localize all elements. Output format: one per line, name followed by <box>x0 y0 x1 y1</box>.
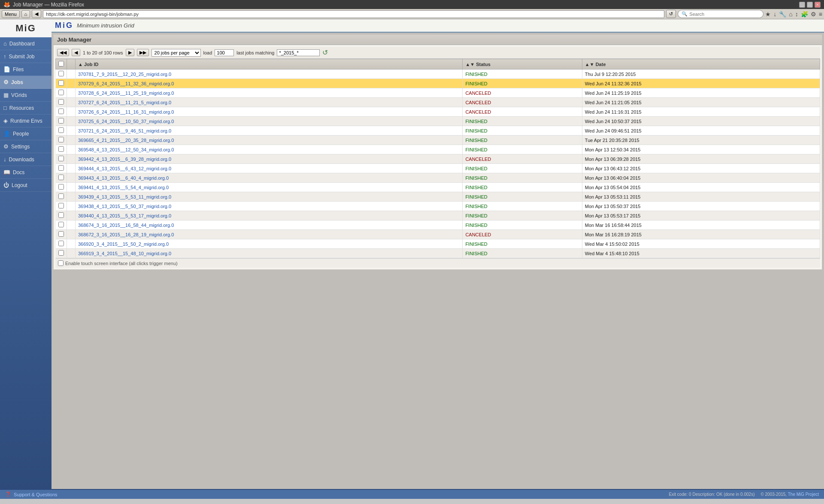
row-checkbox-6[interactable] <box>58 127 64 133</box>
job-id-link-16[interactable]: 368674_3_16_2015__16_58_44_migrid.org.0 <box>78 223 174 228</box>
home-icon[interactable]: ⌂ <box>789 11 792 18</box>
row-job-id[interactable]: 370727_6_24_2015__11_21_5_migrid.org.0 <box>76 98 463 107</box>
job-id-link-2[interactable]: 370728_6_24_2015__11_25_19_migrid.org.0 <box>78 91 174 96</box>
row-checkbox-15[interactable] <box>58 212 64 218</box>
support-link[interactable]: Support & Questions <box>14 492 58 497</box>
row-job-id[interactable]: 366919_3_4_2015__15_48_10_migrid.org.0 <box>76 249 463 258</box>
row-checkbox-1[interactable] <box>58 80 64 86</box>
row-job-id[interactable]: 370726_6_24_2015__11_16_31_migrid.org.0 <box>76 107 463 117</box>
row-checkbox-cell[interactable] <box>56 220 67 230</box>
job-id-link-13[interactable]: 369439_4_13_2015__5_53_11_migrid.org.0 <box>78 194 171 199</box>
row-checkbox-cell[interactable] <box>56 164 67 173</box>
row-checkbox-cell[interactable] <box>56 88 67 98</box>
touch-interface-checkbox[interactable] <box>58 260 64 266</box>
reload-btn[interactable]: ↺ <box>666 10 676 18</box>
ext-icon[interactable]: 🧩 <box>801 11 808 18</box>
row-checkbox-cell[interactable] <box>56 69 67 79</box>
close-btn[interactable]: ✕ <box>815 2 821 8</box>
sidebar-item-files[interactable]: 📄 Files <box>0 63 52 76</box>
row-job-id[interactable]: 369438_4_13_2015__5_50_37_migrid.org.0 <box>76 202 463 211</box>
back-btn[interactable]: ◀ <box>32 10 41 18</box>
row-job-id[interactable]: 370721_6_24_2015__9_46_51_migrid.org.0 <box>76 126 463 136</box>
job-id-link-12[interactable]: 369441_4_13_2015__5_54_4_migrid.org.0 <box>78 185 169 190</box>
next-btn[interactable]: ▶ <box>126 49 134 56</box>
row-checkbox-11[interactable] <box>58 175 64 180</box>
sidebar-item-jobs[interactable]: ⚙ Jobs <box>0 76 52 89</box>
row-checkbox-cell[interactable] <box>56 79 67 88</box>
refresh-btn[interactable]: ↺ <box>322 48 328 57</box>
row-checkbox-cell[interactable] <box>56 117 67 126</box>
job-id-link-0[interactable]: 370781_7_9_2015__12_20_25_migrid.org.0 <box>78 72 171 77</box>
sidebar-item-downloads[interactable]: ↓ Downloads <box>0 153 52 166</box>
job-id-link-15[interactable]: 369440_4_13_2015__5_53_17_migrid.org.0 <box>78 213 171 218</box>
row-job-id[interactable]: 369665_4_21_2015__20_35_28_migrid.org.0 <box>76 136 463 145</box>
row-checkbox-cell[interactable] <box>56 183 67 192</box>
sidebar-item-docs[interactable]: 📖 Docs <box>0 166 52 179</box>
row-checkbox-cell[interactable] <box>56 202 67 211</box>
job-id-link-19[interactable]: 366919_3_4_2015__15_48_10_migrid.org.0 <box>78 251 171 256</box>
row-checkbox-cell[interactable] <box>56 136 67 145</box>
job-id-link-10[interactable]: 369444_4_13_2015__6_43_12_migrid.org.0 <box>78 166 171 171</box>
job-id-link-14[interactable]: 369438_4_13_2015__5_50_37_migrid.org.0 <box>78 204 171 209</box>
sidebar-item-submit-job[interactable]: ↑ Submit Job <box>0 50 52 63</box>
job-id-link-7[interactable]: 369665_4_21_2015__20_35_28_migrid.org.0 <box>78 138 174 143</box>
prev-prev-btn[interactable]: ◀◀ <box>57 49 69 56</box>
row-checkbox-cell[interactable] <box>56 98 67 107</box>
sidebar-item-dashboard[interactable]: ⌂ Dashboard <box>0 37 52 50</box>
row-job-id[interactable]: 366920_3_4_2015__15_50_2_migrid.org.0 <box>76 239 463 249</box>
row-job-id[interactable]: 369441_4_13_2015__5_54_4_migrid.org.0 <box>76 183 463 192</box>
row-checkbox-cell[interactable] <box>56 126 67 136</box>
menu-btn[interactable]: Menu <box>2 10 20 18</box>
url-bar[interactable] <box>43 10 664 18</box>
job-id-link-17[interactable]: 368672_3_16_2015__16_28_19_migrid.org.0 <box>78 232 174 237</box>
minimize-btn[interactable]: _ <box>799 2 805 8</box>
count-input[interactable] <box>215 49 234 56</box>
row-checkbox-19[interactable] <box>58 250 64 256</box>
row-job-id[interactable]: 369439_4_13_2015__5_53_11_migrid.org.0 <box>76 192 463 202</box>
row-checkbox-cell[interactable] <box>56 249 67 258</box>
row-checkbox-2[interactable] <box>58 90 64 95</box>
row-job-id[interactable]: 369548_4_13_2015__12_50_34_migrid.org.0 <box>76 145 463 154</box>
row-checkbox-8[interactable] <box>58 146 64 152</box>
job-id-link-4[interactable]: 370726_6_24_2015__11_16_31_migrid.org.0 <box>78 109 174 115</box>
row-job-id[interactable]: 369444_4_13_2015__6_43_12_migrid.org.0 <box>76 164 463 173</box>
job-id-link-11[interactable]: 369443_4_13_2015__6_40_4_migrid.org.0 <box>78 175 169 181</box>
row-checkbox-18[interactable] <box>58 241 64 246</box>
download-icon[interactable]: ↓ <box>773 11 776 18</box>
sync-icon[interactable]: ↕ <box>795 11 798 18</box>
row-checkbox-cell[interactable] <box>56 230 67 239</box>
row-checkbox-cell[interactable] <box>56 145 67 154</box>
row-job-id[interactable]: 369443_4_13_2015__6_40_4_migrid.org.0 <box>76 173 463 183</box>
col-status[interactable]: ▲▼ Status <box>463 59 582 69</box>
maximize-btn[interactable]: □ <box>807 2 813 8</box>
prev-btn[interactable]: ◀ <box>72 49 80 56</box>
sidebar-item-logout[interactable]: ⏻ Logout <box>0 179 52 192</box>
job-id-link-3[interactable]: 370727_6_24_2015__11_21_5_migrid.org.0 <box>78 100 171 105</box>
row-checkbox-cell[interactable] <box>56 239 67 249</box>
job-id-link-8[interactable]: 369548_4_13_2015__12_50_34_migrid.org.0 <box>78 147 174 152</box>
per-page-select[interactable]: 20 jobs per page 50 jobs per page 100 jo… <box>151 49 201 57</box>
row-checkbox-cell[interactable] <box>56 192 67 202</box>
row-job-id[interactable]: 368674_3_16_2015__16_58_44_migrid.org.0 <box>76 220 463 230</box>
job-id-link-6[interactable]: 370721_6_24_2015__9_46_51_migrid.org.0 <box>78 128 171 133</box>
col-date[interactable]: ▲▼ Date <box>582 59 820 69</box>
bookmark-icon[interactable]: ★ <box>765 11 771 18</box>
sidebar-item-resources[interactable]: □ Resources <box>0 102 52 115</box>
mig-project-link[interactable]: The MiG Project <box>788 492 819 497</box>
row-job-id[interactable]: 370728_6_24_2015__11_25_19_migrid.org.0 <box>76 88 463 98</box>
select-all-checkbox[interactable] <box>58 61 64 66</box>
row-checkbox-7[interactable] <box>58 137 64 142</box>
row-checkbox-cell[interactable] <box>56 154 67 164</box>
row-job-id[interactable]: 369442_4_13_2015__6_39_28_migrid.org.0 <box>76 154 463 164</box>
select-all-col[interactable] <box>56 59 67 69</box>
row-checkbox-5[interactable] <box>58 118 64 124</box>
home-btn[interactable]: ⌂ <box>21 10 30 18</box>
sidebar-item-vgrids[interactable]: ▦ VGrids <box>0 89 52 102</box>
row-checkbox-cell[interactable] <box>56 173 67 183</box>
filter-input[interactable] <box>277 49 320 56</box>
job-id-link-18[interactable]: 366920_3_4_2015__15_50_2_migrid.org.0 <box>78 241 169 247</box>
tools-icon[interactable]: 🔧 <box>779 11 786 18</box>
sidebar-item-settings[interactable]: ⚙ Settings <box>0 140 52 153</box>
row-job-id[interactable]: 369440_4_13_2015__5_53_17_migrid.org.0 <box>76 211 463 220</box>
sidebar-item-people[interactable]: 👤 People <box>0 127 52 140</box>
